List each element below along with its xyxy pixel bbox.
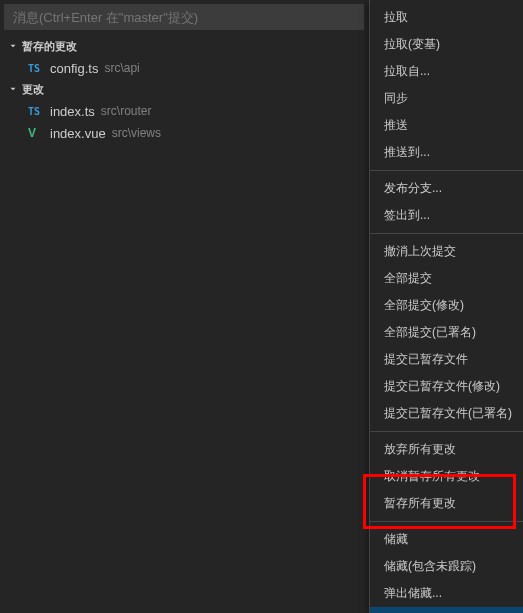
- menu-commit-all-amend[interactable]: 全部提交(修改): [370, 292, 523, 319]
- menu-pop-latest-stash[interactable]: 弹出最新储藏: [370, 607, 523, 613]
- menu-commit-staged-amend[interactable]: 提交已暂存文件(修改): [370, 373, 523, 400]
- typescript-icon: TS: [28, 106, 44, 117]
- menu-commit-staged[interactable]: 提交已暂存文件: [370, 346, 523, 373]
- menu-separator: [370, 170, 523, 171]
- commit-message-input[interactable]: [4, 4, 364, 30]
- menu-checkout[interactable]: 签出到...: [370, 202, 523, 229]
- file-name: index.vue: [50, 126, 106, 141]
- menu-sync[interactable]: 同步: [370, 85, 523, 112]
- file-name: index.ts: [50, 104, 95, 119]
- file-path: src\api: [104, 61, 139, 75]
- menu-pull-from[interactable]: 拉取自...: [370, 58, 523, 85]
- menu-commit-all[interactable]: 全部提交: [370, 265, 523, 292]
- typescript-icon: TS: [28, 63, 44, 74]
- menu-pop-stash[interactable]: 弹出储藏...: [370, 580, 523, 607]
- menu-discard-all[interactable]: 放弃所有更改: [370, 436, 523, 463]
- staged-changes-header[interactable]: 暂存的更改: [0, 36, 369, 57]
- menu-separator: [370, 521, 523, 522]
- file-name: config.ts: [50, 61, 98, 76]
- menu-push-to[interactable]: 推送到...: [370, 139, 523, 166]
- git-context-menu: 拉取 拉取(变基) 拉取自... 同步 推送 推送到... 发布分支... 签出…: [369, 0, 523, 613]
- menu-push[interactable]: 推送: [370, 112, 523, 139]
- menu-pull[interactable]: 拉取: [370, 4, 523, 31]
- changes-header[interactable]: 更改: [0, 79, 369, 100]
- changed-file-item[interactable]: V index.vue src\views: [0, 122, 369, 144]
- changes-label: 更改: [22, 82, 44, 97]
- file-path: src\router: [101, 104, 152, 118]
- staged-changes-label: 暂存的更改: [22, 39, 77, 54]
- menu-stash-untracked[interactable]: 储藏(包含未跟踪): [370, 553, 523, 580]
- menu-separator: [370, 431, 523, 432]
- menu-publish-branch[interactable]: 发布分支...: [370, 175, 523, 202]
- menu-pull-rebase[interactable]: 拉取(变基): [370, 31, 523, 58]
- menu-commit-staged-signed[interactable]: 提交已暂存文件(已署名): [370, 400, 523, 427]
- vue-icon: V: [28, 126, 44, 140]
- menu-unstage-all[interactable]: 取消暂存所有更改: [370, 463, 523, 490]
- changed-file-item[interactable]: TS index.ts src\router: [0, 100, 369, 122]
- menu-commit-all-signed[interactable]: 全部提交(已署名): [370, 319, 523, 346]
- chevron-down-icon: [8, 41, 18, 53]
- file-path: src\views: [112, 126, 161, 140]
- menu-separator: [370, 233, 523, 234]
- chevron-down-icon: [8, 84, 18, 96]
- menu-undo-commit[interactable]: 撤消上次提交: [370, 238, 523, 265]
- menu-stage-all[interactable]: 暂存所有更改: [370, 490, 523, 517]
- staged-file-item[interactable]: TS config.ts src\api: [0, 57, 369, 79]
- menu-stash[interactable]: 储藏: [370, 526, 523, 553]
